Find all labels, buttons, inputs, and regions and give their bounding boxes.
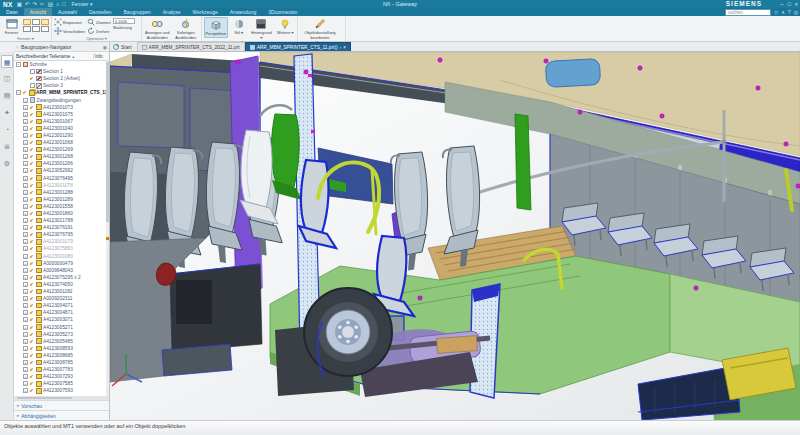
file-tab-active[interactable]: ARR_MBM_SPRINTER_CTS_11.prt() ▫ × — [245, 42, 351, 51]
fullscreen-icon[interactable]: ◇ — [774, 9, 778, 16]
tree-expander[interactable]: + — [23, 254, 28, 259]
tree-checkbox[interactable]: ✔ — [30, 261, 35, 266]
tree-expander[interactable]: + — [23, 183, 28, 188]
tree-checkbox[interactable]: ✔ — [30, 76, 35, 81]
tree-checkbox[interactable]: ✔ — [30, 126, 35, 131]
tree-checkbox[interactable]: ✔ — [30, 218, 35, 223]
tree-checkbox[interactable]: ✔ — [30, 353, 35, 358]
cut-icon[interactable]: ✂ — [40, 0, 45, 8]
viewport-canvas[interactable] — [110, 52, 800, 420]
ribbon-tab-3dconnexion[interactable]: 3Dconnexion — [262, 8, 303, 16]
tree-row[interactable]: +✔A4123001558 — [14, 203, 109, 210]
tree-row[interactable]: +✔A4123076191 — [14, 224, 109, 231]
section-vorschau[interactable]: ▸Vorschau — [14, 400, 109, 410]
tree-checkbox[interactable]: ✔ — [30, 176, 35, 181]
ribbon-tab-ansicht[interactable]: Ansicht — [24, 8, 52, 16]
ribbon-tab-anwendung[interactable]: Anwendung — [224, 8, 262, 16]
tree-row[interactable]: +✔A4123075883 — [14, 245, 109, 252]
weitere-button[interactable]: Weitere ▾ — [275, 17, 295, 36]
tree-row[interactable]: Section 3 — [14, 82, 109, 89]
tree-row[interactable]: +✔A4123007783 — [14, 366, 109, 373]
tree-expander[interactable]: + — [23, 197, 28, 202]
tree-expander[interactable]: + — [23, 310, 28, 315]
scale-value-input[interactable] — [113, 18, 135, 24]
tree-checkbox[interactable]: ✔ — [30, 254, 35, 259]
tree-expander[interactable]: + — [23, 296, 28, 301]
save-icon[interactable]: ▣ — [17, 0, 22, 8]
tree-expander[interactable]: + — [23, 367, 28, 372]
tree-checkbox[interactable]: ✔ — [30, 360, 35, 365]
tree-row[interactable]: +✔A4123001080 — [14, 253, 109, 260]
tree-checkbox[interactable]: ✔ — [30, 168, 35, 173]
tree-expander[interactable]: + — [23, 190, 28, 195]
tree-expander[interactable]: + — [23, 204, 28, 209]
tree-expander[interactable]: + — [23, 388, 28, 393]
verschieben-button[interactable]: Verschieben — [54, 27, 85, 35]
tree-checkbox[interactable]: ✔ — [30, 183, 35, 188]
ribbon-tab-baugruppen[interactable]: Baugruppen — [118, 8, 157, 16]
tree-row[interactable]: +✔A4123001269 — [14, 146, 109, 153]
tree-expander[interactable]: + — [23, 239, 28, 244]
tree-expander[interactable]: + — [23, 353, 28, 358]
tree-checkbox[interactable] — [30, 69, 35, 74]
tree-row[interactable]: +✔A4123001288 — [14, 189, 109, 196]
minimize-ribbon-icon[interactable]: ∧ — [781, 9, 785, 16]
tree-row[interactable]: −✔ARR_MBM_SPRINTER_CTS_11... — [14, 89, 109, 96]
tree-row[interactable]: +✔A4123007293 — [14, 373, 109, 380]
tree-row[interactable]: −Schnitte — [14, 61, 109, 68]
anzeigen-ausblenden-button[interactable]: Anzeigen und Ausblenden — [144, 17, 171, 40]
tree-row[interactable]: +✔A4123021788 — [14, 217, 109, 224]
constraint-navigator-icon[interactable]: ◫ — [1, 72, 13, 85]
tree-row[interactable]: +✔A4123001289 — [14, 196, 109, 203]
tree-row[interactable]: +✔A4123008593 — [14, 345, 109, 352]
tree-checkbox[interactable]: ✔ — [30, 296, 35, 301]
tree-row[interactable]: +✔A4123052992 — [14, 167, 109, 174]
tree-expander[interactable]: + — [23, 303, 28, 308]
tree-checkbox[interactable]: ✔ — [30, 161, 35, 166]
stil-button[interactable]: Stil ▾ — [230, 17, 248, 36]
tree-row[interactable]: ✔Section 2 (Arbeit) — [14, 75, 109, 82]
drehen-button[interactable]: Drehen — [87, 27, 111, 35]
tree-row[interactable]: +✔A4123076495 — [14, 175, 109, 182]
tree-expander[interactable]: + — [23, 374, 28, 379]
tree-expander[interactable]: + — [23, 112, 28, 117]
objektdarstellung-button[interactable]: Objektdarstellung bearbeiten — [300, 17, 340, 40]
tree-expander[interactable]: + — [23, 147, 28, 152]
tree-expander[interactable]: + — [23, 98, 28, 103]
tree-row[interactable]: +✔A4123075295 x 2 — [14, 274, 109, 281]
tree-row[interactable]: +✔A4123001067 — [14, 118, 109, 125]
tree-row[interactable]: +✔A0009948043 — [14, 267, 109, 274]
tree-expander[interactable]: + — [23, 246, 28, 251]
tree-expander[interactable]: + — [23, 325, 28, 330]
tree-expander[interactable]: + — [23, 176, 28, 181]
tree-row[interactable]: +✔A4123001290 — [14, 132, 109, 139]
window-menu[interactable]: Fenster ▾ — [72, 1, 93, 7]
tree-row[interactable]: +✔A4123004871 — [14, 309, 109, 316]
paste-icon[interactable]: ⌂ — [56, 0, 59, 8]
tree-expander[interactable]: + — [23, 360, 28, 365]
minimize-button[interactable]: – — [780, 0, 783, 8]
tree-checkbox[interactable]: ✔ — [30, 232, 35, 237]
ribbon-tab-darstellen[interactable]: Darstellen — [83, 8, 118, 16]
tree-expander[interactable]: + — [23, 346, 28, 351]
tree-expander[interactable]: + — [23, 381, 28, 386]
roles-icon[interactable]: ⚙ — [1, 157, 13, 170]
pin-icon[interactable]: ◉ — [103, 44, 107, 50]
tree-checkbox[interactable]: ✔ — [30, 225, 35, 230]
tree-row[interactable]: +✔A4123074050 — [14, 281, 109, 288]
ribbon-tab-werkzeuge[interactable]: Werkzeuge — [187, 8, 224, 16]
ribbon-tab-auswahl[interactable]: Auswahl — [52, 8, 83, 16]
tree-checkbox[interactable]: ✔ — [30, 339, 35, 344]
tree-row[interactable]: +✔A0009202311 — [14, 295, 109, 302]
tree-row[interactable]: +✔A4123004071 — [14, 302, 109, 309]
tree-row[interactable]: +✔A4123005273 — [14, 331, 109, 338]
tree-row[interactable]: Section 1 — [14, 68, 109, 75]
sofortiges-ausblenden-button[interactable]: Sofortiges Ausblenden — [173, 17, 200, 40]
part-navigator-icon[interactable]: ▤ — [1, 89, 13, 102]
tree-scrollbar[interactable] — [106, 61, 109, 396]
tree-checkbox[interactable]: ✔ — [30, 246, 35, 251]
tree-expander[interactable]: + — [23, 218, 28, 223]
tree-checkbox[interactable]: ✔ — [30, 140, 35, 145]
tree-expander[interactable]: + — [23, 154, 28, 159]
help-icon[interactable]: ? — [788, 9, 791, 16]
